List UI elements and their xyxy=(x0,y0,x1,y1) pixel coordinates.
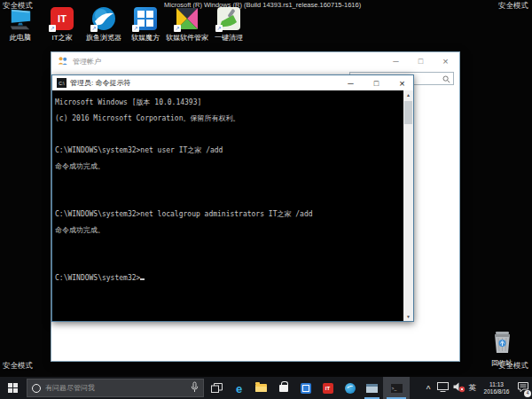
shortcut-arrow-icon: ↗ xyxy=(215,25,223,32)
volume-button[interactable] xyxy=(450,377,466,399)
network-display-button[interactable] xyxy=(434,377,450,399)
display-icon xyxy=(436,380,450,396)
clock[interactable]: 11:13 2016/8/16 xyxy=(479,377,514,399)
ruanmei-app-button[interactable] xyxy=(294,377,317,399)
file-explorer-icon xyxy=(255,384,267,392)
task-view-button[interactable] xyxy=(206,377,228,399)
maximize-button[interactable] xyxy=(365,75,387,90)
accounts-window-title: 管理帐户 xyxy=(73,57,381,66)
qiyu-browser-icon xyxy=(345,383,356,394)
console-cursor xyxy=(140,274,145,280)
accounts-window-titlebar[interactable]: 管理帐户 xyxy=(51,52,459,70)
cortana-search-box[interactable] xyxy=(27,379,204,397)
desktop-icon-label: 软媒软件管家 xyxy=(166,33,208,43)
search-input[interactable] xyxy=(45,384,186,392)
ithome-app-button[interactable]: IT xyxy=(317,377,339,399)
safe-mode-label-top-left: 安全模式 xyxy=(3,1,33,12)
maximize-button[interactable] xyxy=(411,54,431,68)
recycle-bin-icon xyxy=(490,329,514,357)
accounts-window-icon xyxy=(366,384,378,393)
close-button[interactable] xyxy=(391,75,413,90)
console-output[interactable]: Microsoft Windows [版本 10.0.14393] (c) 20… xyxy=(52,90,403,321)
desktop-icon-ruanmei-manager[interactable]: ↗ 软媒软件管家 xyxy=(168,6,206,43)
ithome-icon: IT ↗ xyxy=(50,6,74,31)
taskbar: IT xyxy=(0,377,532,399)
store-button[interactable] xyxy=(272,377,294,399)
cmd-icon xyxy=(391,384,403,393)
close-button[interactable] xyxy=(435,54,456,68)
shortcut-arrow-icon: ↗ xyxy=(174,25,181,32)
ruanmei-app-icon xyxy=(301,383,311,394)
cmd-taskbar-button[interactable] xyxy=(383,377,410,399)
safe-mode-label-top-right: 安全模式 xyxy=(498,1,528,12)
clock-time: 11:13 xyxy=(489,381,504,388)
shortcut-arrow-icon: ↗ xyxy=(49,25,56,32)
start-button[interactable] xyxy=(0,377,25,399)
safe-mode-label-bottom-right: 安全模式 xyxy=(498,361,528,372)
cmd-icon xyxy=(57,78,66,88)
action-center-button[interactable]: 4 xyxy=(514,377,532,399)
shortcut-arrow-icon: ↗ xyxy=(90,25,98,32)
accounts-window-taskbar-button[interactable] xyxy=(361,377,383,399)
language-indicator[interactable]: 英 xyxy=(466,377,479,399)
cmd-window-body: Microsoft Windows [版本 10.0.14393] (c) 20… xyxy=(52,90,413,321)
one-key-clean-icon: ↗ xyxy=(216,6,241,31)
edge-icon xyxy=(236,380,242,396)
show-hidden-icons-chevron[interactable] xyxy=(422,377,434,399)
edge-button[interactable] xyxy=(228,377,250,399)
minimize-button[interactable] xyxy=(386,54,406,68)
desktop-icon-label: IT之家 xyxy=(51,33,72,43)
console-scrollbar[interactable] xyxy=(403,90,413,321)
desktop-icon-this-pc[interactable]: 此电脑 xyxy=(2,6,39,43)
cmd-window-title: 管理员: 命令提示符 xyxy=(70,78,336,88)
task-view-icon xyxy=(211,380,223,396)
safe-mode-label-bottom-left: 安全模式 xyxy=(3,361,33,372)
system-tray: 英 11:13 2016/8/16 4 xyxy=(422,377,532,399)
minimize-button[interactable] xyxy=(340,75,362,90)
scroll-up-icon[interactable] xyxy=(403,90,413,99)
desktop-icon-label: 一键清理 xyxy=(215,33,243,43)
scroll-down-icon[interactable] xyxy=(403,312,413,321)
desktop-icon-label: 软媒魔方 xyxy=(131,33,160,43)
scrollbar-thumb[interactable] xyxy=(404,101,412,124)
desktop-icon-qiyu-browser[interactable]: ↗ 旗鱼浏览器 xyxy=(85,6,122,43)
qiyu-browser-icon: ↗ xyxy=(91,6,116,31)
user-accounts-icon xyxy=(57,53,68,69)
notification-badge: 4 xyxy=(524,390,531,397)
ruanmei-manager-icon: ↗ xyxy=(175,6,200,31)
desktop-icon-label: 旗鱼浏览器 xyxy=(86,33,121,43)
desktop-icon-ithome[interactable]: IT ↗ IT之家 xyxy=(43,6,81,43)
clock-date: 2016/8/16 xyxy=(484,388,510,395)
microphone-icon[interactable] xyxy=(191,380,199,396)
shortcut-arrow-icon: ↗ xyxy=(132,25,139,32)
ruanmei-mofang-icon: ↗ xyxy=(133,6,158,31)
speaker-muted-icon xyxy=(452,380,466,396)
ithome-icon: IT xyxy=(323,383,333,394)
desktop-icon-ruanmei-mofang[interactable]: ↗ 软媒魔方 xyxy=(127,6,164,43)
qiyu-browser-button[interactable] xyxy=(339,377,361,399)
console-text: Microsoft Windows [版本 10.0.14393] (c) 20… xyxy=(55,98,313,282)
desktop-icon-row: 此电脑 IT ↗ IT之家 ↗ 旗鱼浏览器 ↗ 软媒魔方 xyxy=(2,6,247,43)
windows-logo-icon xyxy=(8,383,18,393)
file-explorer-button[interactable] xyxy=(250,377,272,399)
cortana-icon xyxy=(32,384,41,393)
search-icon xyxy=(442,71,450,87)
cmd-window-titlebar[interactable]: 管理员: 命令提示符 xyxy=(52,75,413,90)
cmd-window: 管理员: 命令提示符 Microsoft Windows [版本 10.0.14… xyxy=(51,74,414,322)
desktop-icon-one-key-clean[interactable]: ↗ 一键清理 xyxy=(210,6,247,43)
store-icon xyxy=(279,385,288,392)
desktop-icon-label: 此电脑 xyxy=(10,33,31,43)
